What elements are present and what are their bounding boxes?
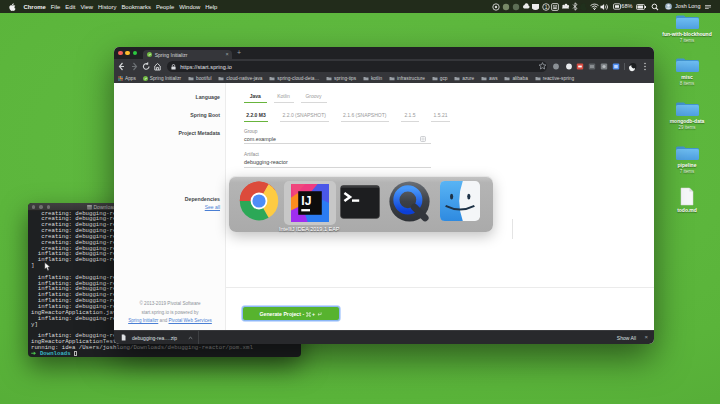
svg-text:IJ: IJ xyxy=(301,194,311,208)
svg-text:1: 1 xyxy=(545,3,548,9)
